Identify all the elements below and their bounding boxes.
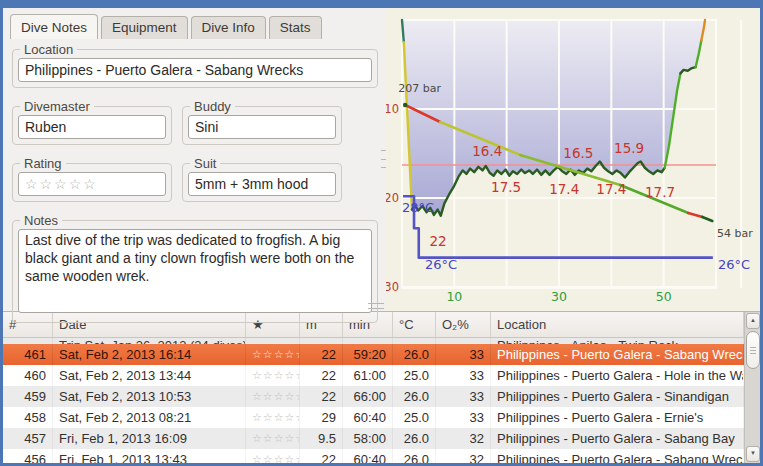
cell-temp: 26.0 bbox=[393, 428, 436, 449]
cell-o2: 33 bbox=[436, 365, 491, 386]
depth-label: 16.5 bbox=[563, 145, 593, 161]
table-row-dive-458[interactable]: 458Sat, Feb 2, 2013 08:21☆☆☆☆☆2960:4025.… bbox=[3, 407, 744, 428]
cell-num: 456 bbox=[3, 449, 53, 463]
cell-o2: 33 bbox=[436, 407, 491, 428]
cell-location: Philippines - Puerto Galera - Hole in th… bbox=[491, 365, 744, 386]
cell-temp: 26.0 bbox=[393, 449, 436, 463]
location-group: Location bbox=[12, 49, 378, 88]
temperature-label: 26°C bbox=[425, 257, 457, 272]
column-header-temp[interactable]: °C bbox=[393, 312, 436, 337]
location-input[interactable] bbox=[18, 58, 372, 82]
notes-group: Notes Last dive of the trip was dedicate… bbox=[12, 220, 378, 323]
temperature-label: 26°C bbox=[718, 257, 750, 272]
pressure-label: 54 bar bbox=[717, 227, 753, 240]
depth-label: 17.4 bbox=[549, 181, 579, 197]
depth-label: 17.7 bbox=[645, 184, 675, 200]
temperature-label: 28°C bbox=[402, 200, 434, 215]
cell-location: Philippines - Puerto Galera - Sabang Bay bbox=[491, 428, 744, 449]
cell-date: Sat, Feb 2, 2013 08:21 bbox=[53, 407, 246, 428]
cell-temp: 26.0 bbox=[393, 386, 436, 407]
column-header-location[interactable]: Location bbox=[491, 312, 744, 337]
suit-input[interactable] bbox=[188, 172, 336, 196]
depth-label: 16.4 bbox=[472, 143, 502, 159]
cell-min: 60:40 bbox=[343, 449, 393, 463]
cell-stars: ☆☆☆☆☆ bbox=[246, 344, 300, 365]
cell-num: 459 bbox=[3, 386, 53, 407]
divemaster-label: Divemaster bbox=[20, 99, 94, 114]
depth-label: 15.9 bbox=[614, 140, 644, 156]
rating-group: Rating ☆☆☆☆☆ bbox=[12, 163, 172, 202]
pressure-start-dot bbox=[403, 103, 407, 107]
cell-num: 460 bbox=[3, 365, 53, 386]
notes-label: Notes bbox=[20, 213, 62, 228]
cell-num: 457 bbox=[3, 428, 53, 449]
cell-o2: 32 bbox=[436, 428, 491, 449]
divemaster-input[interactable] bbox=[18, 115, 166, 139]
dive-list-section: #Date★mmin°CO₂%Location Trip Sat, Jan 26… bbox=[3, 311, 760, 463]
cell-min: 58:00 bbox=[343, 428, 393, 449]
table-row-dive-459[interactable]: 459Sat, Feb 2, 2013 10:53☆☆☆☆☆2266:0026.… bbox=[3, 386, 744, 407]
cell-stars: ☆☆☆☆☆ bbox=[246, 449, 300, 463]
horizontal-splitter-handle[interactable] bbox=[368, 303, 384, 309]
time-axis-tick: 30 bbox=[551, 289, 567, 304]
cell-m: 22 bbox=[300, 449, 343, 463]
scroll-down-icon[interactable]: ▼ bbox=[746, 446, 760, 462]
scroll-up-icon[interactable]: ▲ bbox=[746, 313, 760, 329]
cell-m: 22 bbox=[300, 344, 343, 365]
dive-notes-panel: Dive Notes Equipment Dive Info Stats Loc… bbox=[3, 8, 386, 311]
table-row-dive-460[interactable]: 460Sat, Feb 2, 2013 13:44☆☆☆☆☆2261:0025.… bbox=[3, 365, 744, 386]
table-row-dive-457[interactable]: 457Fri, Feb 1, 2013 16:09☆☆☆☆☆9.558:0026… bbox=[3, 428, 744, 449]
tab-equipment[interactable]: Equipment bbox=[101, 16, 188, 39]
cell-stars: ☆☆☆☆☆ bbox=[246, 428, 300, 449]
cell-date: Fri, Feb 1, 2013 13:43 bbox=[53, 449, 246, 463]
time-axis-tick: 10 bbox=[446, 289, 462, 304]
cell-location: Philippines - Puerto Galera - Ernie's bbox=[491, 407, 744, 428]
cell-date: Sat, Feb 2, 2013 16:14 bbox=[53, 344, 246, 365]
table-row-dive-461[interactable]: 461Sat, Feb 2, 2013 16:14☆☆☆☆☆2259:2026.… bbox=[3, 344, 744, 365]
dive-list-body: Trip Sat, Jan 26, 2013 (34 dives)Philipp… bbox=[3, 338, 744, 463]
cell-m: 9.5 bbox=[300, 428, 343, 449]
cell-min: 59:20 bbox=[343, 344, 393, 365]
cell-stars: ☆☆☆☆☆ bbox=[246, 365, 300, 386]
cell-temp: 25.0 bbox=[393, 365, 436, 386]
tab-bar: Dive Notes Equipment Dive Info Stats bbox=[10, 12, 380, 39]
divemaster-group: Divemaster bbox=[12, 106, 172, 145]
cell-date: Sat, Feb 2, 2013 10:53 bbox=[53, 386, 246, 407]
cell-min: 66:00 bbox=[343, 386, 393, 407]
cell-date: Sat, Feb 2, 2013 13:44 bbox=[53, 365, 246, 386]
cell-stars: ☆☆☆☆☆ bbox=[246, 407, 300, 428]
buddy-label: Buddy bbox=[190, 99, 235, 114]
suit-group: Suit bbox=[182, 163, 342, 202]
notes-textarea[interactable]: Last dive of the trip was dedicated to f… bbox=[18, 229, 372, 313]
tab-stats[interactable]: Stats bbox=[269, 16, 322, 39]
depth-axis-tick: 10 bbox=[386, 102, 399, 116]
cell-min: 60:40 bbox=[343, 407, 393, 428]
table-row-dive-456[interactable]: 456Fri, Feb 1, 2013 13:43☆☆☆☆☆2260:4026.… bbox=[3, 449, 744, 463]
depth-label: 17.4 bbox=[596, 181, 626, 197]
time-axis-tick: 50 bbox=[656, 289, 672, 304]
dive-profile-chart: 207 bar54 bar28°C26°C26°C2216.417.516.51… bbox=[386, 8, 760, 311]
location-label: Location bbox=[20, 42, 77, 57]
tab-dive-info[interactable]: Dive Info bbox=[191, 16, 266, 39]
cell-o2: 33 bbox=[436, 344, 491, 365]
depth-axis-tick: 30 bbox=[386, 280, 399, 294]
cell-o2: 32 bbox=[436, 449, 491, 463]
app-window: Dive Notes Equipment Dive Info Stats Loc… bbox=[0, 0, 763, 466]
rating-stars-widget[interactable]: ☆☆☆☆☆ bbox=[18, 172, 166, 196]
column-header-o2[interactable]: O₂% bbox=[436, 312, 491, 337]
cell-temp: 26.0 bbox=[393, 344, 436, 365]
pressure-label: 207 bar bbox=[398, 82, 441, 95]
buddy-input[interactable] bbox=[188, 115, 336, 139]
cell-location: Philippines - Puerto Galera - Sabang Wre… bbox=[491, 344, 744, 365]
cell-m: 29 bbox=[300, 407, 343, 428]
scrollbar-thumb[interactable] bbox=[746, 331, 760, 369]
cell-location: Philippines - Puerto Galera - Sabang Wre… bbox=[491, 449, 744, 463]
cell-location: Philippines - Puerto Galera - Sinandigan bbox=[491, 386, 744, 407]
tab-dive-notes[interactable]: Dive Notes bbox=[10, 14, 98, 39]
dive-list-scrollbar[interactable]: ▲ ▼ bbox=[744, 312, 760, 463]
depth-axis-tick: 20 bbox=[386, 191, 399, 205]
suit-label: Suit bbox=[190, 156, 220, 171]
dive-notes-form: Location Divemaster Buddy bbox=[10, 39, 380, 323]
scrollbar-track[interactable] bbox=[745, 330, 760, 445]
cell-m: 22 bbox=[300, 386, 343, 407]
